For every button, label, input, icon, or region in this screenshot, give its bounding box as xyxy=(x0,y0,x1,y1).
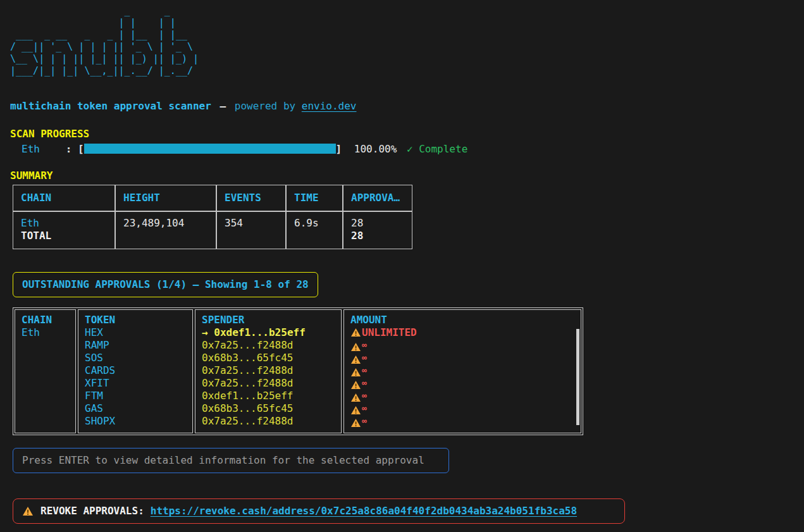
warning-icon xyxy=(350,368,361,377)
spender-cell[interactable]: 0x7a25...f2488d xyxy=(202,339,335,352)
amount-cell[interactable]: ∞ xyxy=(350,352,574,364)
progress-bracket-close: ] xyxy=(336,143,342,155)
summary-header-row: CHAIN HEIGHT EVENTS TIME APPROVA… xyxy=(13,185,412,211)
summary-body-row: Eth TOTAL 23,489,104 354 6.9s 28 28 xyxy=(13,211,412,249)
progress-status-label: Complete xyxy=(419,143,467,155)
amount-value: ∞ xyxy=(362,340,366,350)
approvals-col-header-amount: AMOUNT xyxy=(350,314,574,326)
app-logo-ascii: _ _ | | | | ___ _ __ _ _ | |__ | |__ / _… xyxy=(10,5,794,77)
progress-chain-label: Eth xyxy=(22,143,59,156)
progress-status: ✓ Complete xyxy=(407,143,467,155)
approvals-column-spender: SPENDER → 0xdef1...b25eff0x7a25...f2488d… xyxy=(195,309,342,433)
summary-col-height: HEIGHT xyxy=(115,185,216,211)
amount-value: ∞ xyxy=(362,378,366,388)
revoke-link[interactable]: https://revoke.cash/address/0x7c25a8c86a… xyxy=(151,505,577,517)
token-cell[interactable]: GAS xyxy=(85,402,186,415)
spender-cell[interactable]: 0x68b3...65fc45 xyxy=(202,352,335,364)
warning-icon xyxy=(350,393,361,402)
approvals-col-header-spender: SPENDER xyxy=(202,314,335,326)
approvals-column-amount: AMOUNT UNLIMITED∞∞∞∞∞∞∞ xyxy=(343,309,581,433)
spender-cell[interactable]: 0x7a25...f2488d xyxy=(202,415,335,428)
title-separator: — xyxy=(218,100,229,112)
approvals-col-header-chain: CHAIN xyxy=(22,314,69,326)
amount-value: ∞ xyxy=(362,416,366,426)
amount-cell[interactable]: ∞ xyxy=(350,402,574,415)
summary-col-chain: CHAIN xyxy=(13,185,115,211)
summary-cell-height: 23,489,104 xyxy=(115,211,216,249)
warning-icon xyxy=(350,380,361,390)
hint-message: Press ENTER to view detailed information… xyxy=(13,448,449,473)
revoke-label: REVOKE APPROVALS: xyxy=(40,505,144,517)
powered-by-text: powered by xyxy=(235,100,295,112)
amount-cell[interactable]: ∞ xyxy=(350,377,574,390)
warning-icon xyxy=(350,355,361,364)
token-cell[interactable]: RAMP xyxy=(85,339,186,352)
summary-table: CHAIN HEIGHT EVENTS TIME APPROVA… Eth TO… xyxy=(13,185,412,249)
summary-cell-time: 6.9s xyxy=(286,211,343,249)
amount-value: UNLIMITED xyxy=(362,326,417,338)
summary-cell-approvals: 28 28 xyxy=(343,211,412,249)
amount-column-items: UNLIMITED∞∞∞∞∞∞∞ xyxy=(350,326,574,428)
spender-cell[interactable]: 0xdef1...b25eff xyxy=(202,390,335,402)
scrollbar-thumb[interactable] xyxy=(576,329,579,425)
amount-cell[interactable]: ∞ xyxy=(350,339,574,352)
token-column-items: HEXRAMPSOSCARDSXFITFTMGASSHOPX xyxy=(85,326,186,428)
summary-approvals-value: 28 xyxy=(351,217,404,230)
token-cell[interactable]: CARDS xyxy=(85,364,186,377)
spender-cell[interactable]: 0x68b3...65fc45 xyxy=(202,402,335,415)
amount-cell[interactable]: ∞ xyxy=(350,390,574,402)
app-title: multichain token approval scanner xyxy=(10,100,211,112)
selected-arrow-icon: → xyxy=(202,326,208,338)
check-icon: ✓ xyxy=(407,143,413,155)
warning-icon xyxy=(350,342,361,352)
spender-cell[interactable]: → 0xdef1...b25eff xyxy=(202,326,335,339)
summary-approvals-total: 28 xyxy=(351,230,404,242)
amount-value: ∞ xyxy=(362,366,366,375)
revoke-banner: REVOKE APPROVALS: https://revoke.cash/ad… xyxy=(13,498,625,524)
summary-height-value: 23,489,104 xyxy=(123,217,208,230)
spender-cell[interactable]: 0x7a25...f2488d xyxy=(202,364,335,377)
progress-bracket-open: [ xyxy=(78,143,84,155)
scan-progress-heading: SCAN PROGRESS xyxy=(10,128,794,140)
summary-cell-events: 354 xyxy=(216,211,286,249)
token-cell[interactable]: SOS xyxy=(85,352,186,364)
spender-column-items: → 0xdef1...b25eff0x7a25...f2488d0x68b3..… xyxy=(202,326,335,428)
progress-percent: 100.00% xyxy=(348,143,400,155)
token-cell[interactable]: FTM xyxy=(85,390,186,402)
progress-bar xyxy=(84,144,336,154)
envio-link[interactable]: envio.dev xyxy=(302,100,357,112)
summary-col-time: TIME xyxy=(286,185,343,211)
warning-icon xyxy=(22,506,34,516)
token-cell[interactable]: XFIT xyxy=(85,377,186,390)
warning-icon xyxy=(350,405,361,415)
spender-cell[interactable]: 0x7a25...f2488d xyxy=(202,377,335,390)
outstanding-approvals-header: OUTSTANDING APPROVALS (1/4) — Showing 1-… xyxy=(13,272,318,297)
amount-cell[interactable]: ∞ xyxy=(350,364,574,377)
summary-time-value: 6.9s xyxy=(294,217,335,230)
warning-icon xyxy=(350,418,361,428)
amount-cell[interactable]: ∞ xyxy=(350,415,574,428)
app-title-line: multichain token approval scanner — powe… xyxy=(10,100,794,113)
progress-row: Eth : [] 100.00% ✓ Complete xyxy=(10,143,794,156)
summary-total-label: TOTAL xyxy=(21,230,107,242)
summary-events-value: 354 xyxy=(225,217,278,230)
approvals-column-token: TOKEN HEXRAMPSOSCARDSXFITFTMGASSHOPX xyxy=(78,309,193,433)
approvals-col-header-token: TOKEN xyxy=(85,314,186,326)
spender-address: 0xdef1...b25eff xyxy=(214,326,306,338)
progress-bar-fill xyxy=(84,144,336,154)
token-cell[interactable]: HEX xyxy=(85,326,186,339)
approvals-chain-value: Eth xyxy=(22,326,69,339)
summary-col-events: EVENTS xyxy=(216,185,286,211)
summary-cell-chain: Eth TOTAL xyxy=(13,211,115,249)
summary-heading: SUMMARY xyxy=(10,170,794,182)
progress-colon: : xyxy=(66,143,72,155)
summary-chain-value: Eth xyxy=(21,217,107,230)
token-cell[interactable]: SHOPX xyxy=(85,415,186,428)
summary-col-approvals: APPROVA… xyxy=(343,185,412,211)
approvals-column-chain: CHAIN Eth xyxy=(15,309,76,433)
approvals-table: CHAIN Eth TOKEN HEXRAMPSOSCARDSXFITFTMGA… xyxy=(13,307,583,435)
warning-icon xyxy=(350,328,361,337)
amount-cell[interactable]: UNLIMITED xyxy=(350,326,574,339)
amount-value: ∞ xyxy=(362,404,366,413)
amount-value: ∞ xyxy=(362,391,366,400)
